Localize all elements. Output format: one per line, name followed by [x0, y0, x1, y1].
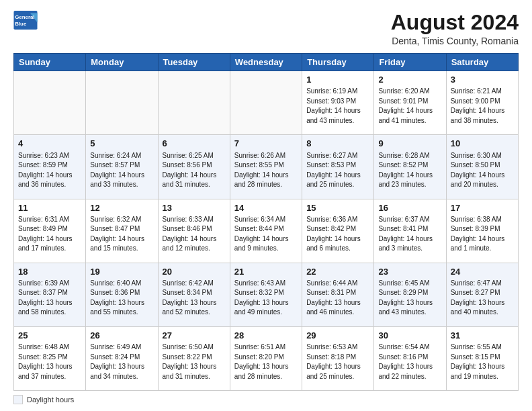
day-info: Sunrise: 6:44 AMSunset: 8:31 PMDaylight:…: [306, 279, 369, 318]
calendar-week-4: 18Sunrise: 6:39 AMSunset: 8:37 PMDayligh…: [14, 263, 519, 326]
day-number: 11: [18, 202, 81, 214]
day-info: Sunrise: 6:48 AMSunset: 8:25 PMDaylight:…: [18, 342, 81, 381]
logo: General Blue: [13, 11, 38, 30]
day-number: 3: [451, 74, 514, 86]
day-number: 25: [18, 330, 81, 342]
day-number: 23: [378, 266, 441, 278]
day-number: 28: [234, 330, 298, 342]
day-number: 16: [378, 202, 441, 214]
day-info: Sunrise: 6:43 AMSunset: 8:32 PMDaylight:…: [234, 279, 298, 318]
day-info: Sunrise: 6:32 AMSunset: 8:47 PMDaylight:…: [90, 215, 153, 254]
table-row: [86, 71, 158, 135]
table-row: 24Sunrise: 6:47 AMSunset: 8:27 PMDayligh…: [446, 263, 518, 326]
table-row: 1Sunrise: 6:19 AMSunset: 9:03 PMDaylight…: [302, 71, 374, 135]
day-number: 4: [18, 138, 81, 150]
table-row: 23Sunrise: 6:45 AMSunset: 8:29 PMDayligh…: [374, 263, 446, 326]
day-number: 9: [378, 138, 441, 150]
table-row: 18Sunrise: 6:39 AMSunset: 8:37 PMDayligh…: [14, 263, 86, 326]
day-number: 20: [163, 266, 226, 278]
day-info: Sunrise: 6:23 AMSunset: 8:59 PMDaylight:…: [18, 151, 81, 190]
day-number: 29: [306, 330, 369, 342]
day-info: Sunrise: 6:53 AMSunset: 8:18 PMDaylight:…: [306, 342, 369, 381]
day-info: Sunrise: 6:50 AMSunset: 8:22 PMDaylight:…: [163, 342, 226, 381]
day-number: 18: [18, 266, 81, 278]
day-number: 27: [163, 330, 226, 342]
day-number: 31: [451, 330, 514, 342]
table-row: 9Sunrise: 6:28 AMSunset: 8:52 PMDaylight…: [374, 135, 446, 199]
day-info: Sunrise: 6:21 AMSunset: 9:00 PMDaylight:…: [451, 87, 514, 126]
subtitle: Denta, Timis County, Romania: [391, 36, 519, 46]
table-row: 20Sunrise: 6:42 AMSunset: 8:34 PMDayligh…: [158, 263, 230, 326]
table-row: 29Sunrise: 6:53 AMSunset: 8:18 PMDayligh…: [302, 326, 374, 390]
table-row: 17Sunrise: 6:38 AMSunset: 8:39 PMDayligh…: [446, 199, 518, 263]
day-info: Sunrise: 6:37 AMSunset: 8:41 PMDaylight:…: [378, 215, 441, 254]
day-number: 22: [306, 266, 369, 278]
day-info: Sunrise: 6:33 AMSunset: 8:46 PMDaylight:…: [163, 215, 226, 254]
table-row: 14Sunrise: 6:34 AMSunset: 8:44 PMDayligh…: [230, 199, 302, 263]
day-info: Sunrise: 6:36 AMSunset: 8:42 PMDaylight:…: [306, 215, 369, 254]
table-row: 22Sunrise: 6:44 AMSunset: 8:31 PMDayligh…: [302, 263, 374, 326]
table-row: 26Sunrise: 6:49 AMSunset: 8:24 PMDayligh…: [86, 326, 158, 390]
page: General Blue August 2024 Denta, Timis Co…: [0, 0, 532, 411]
day-info: Sunrise: 6:45 AMSunset: 8:29 PMDaylight:…: [378, 279, 441, 318]
day-info: Sunrise: 6:31 AMSunset: 8:49 PMDaylight:…: [18, 215, 81, 254]
day-info: Sunrise: 6:42 AMSunset: 8:34 PMDaylight:…: [163, 279, 226, 318]
table-row: 7Sunrise: 6:26 AMSunset: 8:55 PMDaylight…: [230, 135, 302, 199]
day-info: Sunrise: 6:28 AMSunset: 8:52 PMDaylight:…: [378, 151, 441, 190]
svg-text:General: General: [15, 14, 34, 20]
table-row: 5Sunrise: 6:24 AMSunset: 8:57 PMDaylight…: [86, 135, 158, 199]
table-row: 19Sunrise: 6:40 AMSunset: 8:36 PMDayligh…: [86, 263, 158, 326]
day-number: 6: [163, 138, 226, 150]
day-number: 7: [234, 138, 298, 150]
calendar-week-5: 25Sunrise: 6:48 AMSunset: 8:25 PMDayligh…: [14, 326, 519, 390]
table-row: 2Sunrise: 6:20 AMSunset: 9:01 PMDaylight…: [374, 71, 446, 135]
table-row: [230, 71, 302, 135]
footer: Daylight hours: [13, 395, 519, 404]
header-friday: Friday: [374, 54, 446, 71]
main-title: August 2024: [391, 11, 519, 34]
day-info: Sunrise: 6:19 AMSunset: 9:03 PMDaylight:…: [306, 87, 369, 126]
table-row: 21Sunrise: 6:43 AMSunset: 8:32 PMDayligh…: [230, 263, 302, 326]
day-number: 1: [306, 74, 369, 86]
day-number: 5: [90, 138, 153, 150]
day-number: 14: [234, 202, 298, 214]
table-row: 30Sunrise: 6:54 AMSunset: 8:16 PMDayligh…: [374, 326, 446, 390]
day-info: Sunrise: 6:26 AMSunset: 8:55 PMDaylight:…: [234, 151, 298, 190]
header-wednesday: Wednesday: [230, 54, 302, 71]
table-row: 11Sunrise: 6:31 AMSunset: 8:49 PMDayligh…: [14, 199, 86, 263]
day-info: Sunrise: 6:39 AMSunset: 8:37 PMDaylight:…: [18, 279, 81, 318]
table-row: [14, 71, 86, 135]
day-number: 19: [90, 266, 153, 278]
daylight-label: Daylight hours: [27, 396, 74, 404]
day-number: 10: [451, 138, 514, 150]
header-monday: Monday: [86, 54, 158, 71]
title-section: August 2024 Denta, Timis County, Romania: [391, 11, 519, 46]
table-row: 15Sunrise: 6:36 AMSunset: 8:42 PMDayligh…: [302, 199, 374, 263]
calendar-week-2: 4Sunrise: 6:23 AMSunset: 8:59 PMDaylight…: [14, 135, 519, 199]
table-row: 4Sunrise: 6:23 AMSunset: 8:59 PMDaylight…: [14, 135, 86, 199]
calendar-table: Sunday Monday Tuesday Wednesday Thursday…: [13, 53, 519, 391]
table-row: 8Sunrise: 6:27 AMSunset: 8:53 PMDaylight…: [302, 135, 374, 199]
table-row: 27Sunrise: 6:50 AMSunset: 8:22 PMDayligh…: [158, 326, 230, 390]
table-row: 6Sunrise: 6:25 AMSunset: 8:56 PMDaylight…: [158, 135, 230, 199]
header-saturday: Saturday: [446, 54, 518, 71]
table-row: 10Sunrise: 6:30 AMSunset: 8:50 PMDayligh…: [446, 135, 518, 199]
table-row: 12Sunrise: 6:32 AMSunset: 8:47 PMDayligh…: [86, 199, 158, 263]
day-number: 13: [163, 202, 226, 214]
day-info: Sunrise: 6:20 AMSunset: 9:01 PMDaylight:…: [378, 87, 441, 126]
logo-icon: General Blue: [13, 11, 38, 30]
calendar-header-row: Sunday Monday Tuesday Wednesday Thursday…: [14, 54, 519, 71]
table-row: 3Sunrise: 6:21 AMSunset: 9:00 PMDaylight…: [446, 71, 518, 135]
table-row: 31Sunrise: 6:55 AMSunset: 8:15 PMDayligh…: [446, 326, 518, 390]
day-info: Sunrise: 6:30 AMSunset: 8:50 PMDaylight:…: [451, 151, 514, 190]
table-row: [158, 71, 230, 135]
header-tuesday: Tuesday: [158, 54, 230, 71]
calendar-week-3: 11Sunrise: 6:31 AMSunset: 8:49 PMDayligh…: [14, 199, 519, 263]
day-info: Sunrise: 6:51 AMSunset: 8:20 PMDaylight:…: [234, 342, 298, 381]
table-row: 25Sunrise: 6:48 AMSunset: 8:25 PMDayligh…: [14, 326, 86, 390]
day-info: Sunrise: 6:34 AMSunset: 8:44 PMDaylight:…: [234, 215, 298, 254]
day-info: Sunrise: 6:38 AMSunset: 8:39 PMDaylight:…: [451, 215, 514, 254]
day-number: 21: [234, 266, 298, 278]
day-number: 30: [378, 330, 441, 342]
header-sunday: Sunday: [14, 54, 86, 71]
